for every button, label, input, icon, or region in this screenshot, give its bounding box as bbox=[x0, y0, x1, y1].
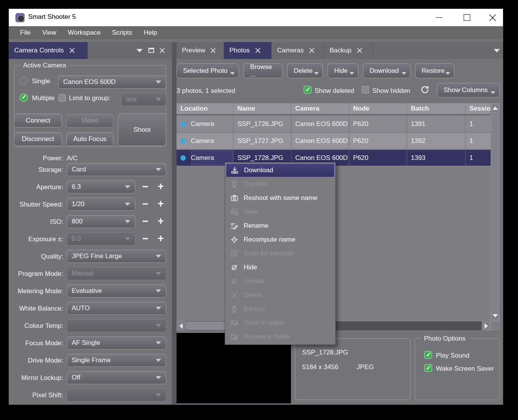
menu-workspace[interactable]: Workspace bbox=[62, 26, 106, 39]
table-row[interactable]: Camera SSP_1726.JPG Canon EOS 600D P620 … bbox=[177, 116, 491, 132]
column-header-node[interactable]: Node bbox=[349, 103, 407, 115]
power-value: A/C bbox=[67, 155, 77, 162]
limit-to-group-label: Limit to group: bbox=[69, 94, 111, 102]
context-menu-item-recompute-name[interactable]: Recompute name bbox=[226, 233, 335, 247]
play-sound-checkbox[interactable]: ✓ bbox=[424, 351, 432, 359]
storage-select[interactable]: Card bbox=[67, 163, 166, 176]
tab-close-icon[interactable] bbox=[69, 48, 75, 53]
exposure-increment-button[interactable]: + bbox=[155, 232, 166, 245]
context-menu-item-hide[interactable]: Hide bbox=[226, 260, 335, 274]
scroll-up-button[interactable] bbox=[491, 104, 499, 113]
exposure-decrement-button[interactable]: − bbox=[140, 232, 151, 245]
chevron-down-icon bbox=[402, 72, 406, 75]
wake-screen-saver-checkbox[interactable]: ✓ bbox=[424, 364, 432, 372]
scroll-left-button[interactable] bbox=[177, 321, 185, 330]
download-icon bbox=[230, 166, 239, 175]
minimize-button[interactable] bbox=[431, 9, 448, 26]
iso-decrement-button[interactable]: − bbox=[140, 215, 151, 228]
drive-mode-select[interactable]: Single Frame bbox=[67, 354, 166, 367]
left-dock-strip: Camera Controls bbox=[9, 42, 172, 59]
hide-icon bbox=[230, 263, 239, 272]
tab-close-icon[interactable] bbox=[309, 48, 314, 53]
context-menu-item-rename[interactable]: Rename bbox=[226, 219, 335, 233]
quality-select[interactable]: JPEG Fine Large bbox=[67, 250, 166, 263]
power-label: Power: bbox=[9, 155, 63, 162]
dock-close-icon[interactable] bbox=[160, 48, 165, 53]
white-balance-select[interactable]: AUTO bbox=[67, 302, 166, 315]
aperture-decrement-button[interactable]: − bbox=[140, 180, 151, 193]
limit-to-group-checkbox[interactable] bbox=[58, 94, 66, 102]
show-hidden-checkbox[interactable] bbox=[362, 86, 369, 94]
column-header-location[interactable]: Location bbox=[177, 103, 234, 115]
restore-button[interactable]: Restore bbox=[415, 63, 454, 78]
aperture-increment-button[interactable]: + bbox=[155, 180, 166, 193]
browse-button[interactable]: Browse ... bbox=[244, 63, 283, 78]
column-header-session[interactable]: Session bbox=[466, 103, 491, 115]
chevron-down-icon bbox=[156, 324, 161, 327]
photo-options-title: Photo Options bbox=[421, 335, 468, 343]
camera-select[interactable]: Canon EOS 600D bbox=[58, 76, 166, 89]
iso-increment-button[interactable]: + bbox=[155, 215, 166, 228]
dock-menu-icon[interactable] bbox=[136, 49, 143, 52]
single-radio-label: Single bbox=[32, 77, 50, 85]
arrow-up-icon bbox=[493, 106, 498, 110]
menu-view[interactable]: View bbox=[36, 26, 62, 39]
iso-select[interactable]: 800 bbox=[67, 215, 135, 228]
shutter-increment-button[interactable]: + bbox=[155, 198, 166, 211]
shutter-speed-select[interactable]: 1/20 bbox=[67, 198, 135, 211]
window-title: Smart Shooter 5 bbox=[28, 13, 76, 21]
camera-icon bbox=[230, 193, 239, 203]
metering-mode-label: Metering Mode: bbox=[9, 287, 63, 295]
disconnect-button-label: Disconnect bbox=[22, 135, 54, 143]
show-columns-button-label: Show Columns bbox=[444, 86, 488, 94]
scroll-right-button[interactable] bbox=[482, 321, 491, 330]
tab-close-icon[interactable] bbox=[210, 48, 216, 53]
download-button[interactable]: Download bbox=[363, 63, 410, 78]
mirror-lockup-select[interactable]: Off bbox=[67, 371, 166, 384]
column-header-camera[interactable]: Camera bbox=[291, 103, 349, 115]
metering-mode-select[interactable]: Evaluative bbox=[67, 284, 166, 297]
single-radio[interactable] bbox=[20, 77, 28, 85]
close-button[interactable] bbox=[484, 9, 501, 26]
show-columns-button[interactable]: Show Columns bbox=[437, 83, 500, 97]
dock-float-icon[interactable] bbox=[148, 48, 154, 53]
aperture-select[interactable]: 6.3 bbox=[67, 180, 135, 193]
focus-mode-select[interactable]: AF Single bbox=[67, 336, 166, 349]
column-header-batch[interactable]: Batch bbox=[407, 103, 466, 115]
refresh-icon[interactable] bbox=[420, 84, 430, 97]
menu-scripts[interactable]: Scripts bbox=[106, 26, 138, 39]
vertical-scrollbar[interactable] bbox=[491, 103, 500, 321]
menu-help[interactable]: Help bbox=[138, 26, 163, 39]
auto-focus-button[interactable]: Auto Focus bbox=[66, 132, 113, 146]
tab-cameras[interactable]: Cameras bbox=[272, 42, 324, 59]
context-menu-item-download[interactable]: Download bbox=[226, 163, 335, 177]
scroll-down-button[interactable] bbox=[491, 311, 499, 320]
shoot-button[interactable]: Shoot bbox=[118, 113, 166, 146]
multiple-radio[interactable]: ✓ bbox=[20, 94, 28, 102]
delete-button[interactable]: Delete bbox=[287, 63, 323, 78]
maximize-button[interactable] bbox=[458, 9, 476, 26]
show-deleted-checkbox[interactable]: ✓ bbox=[304, 86, 311, 94]
exposure-value: 0.0 bbox=[72, 235, 125, 243]
camera-select-value: Canon EOS 600D bbox=[63, 78, 156, 86]
tab-backup[interactable]: Backup bbox=[324, 42, 373, 59]
table-row[interactable]: Camera SSP_1727.JPG Canon EOS 600D P620 … bbox=[177, 133, 491, 149]
tab-photos[interactable]: Photos bbox=[224, 42, 272, 59]
menu-file[interactable]: File bbox=[14, 26, 36, 39]
context-menu-item-reshoot[interactable]: Reshoot with same name bbox=[226, 191, 335, 205]
column-header-name[interactable]: Name bbox=[234, 103, 291, 115]
unhide-icon bbox=[230, 277, 239, 286]
connect-button[interactable]: Connect bbox=[14, 114, 62, 128]
tab-overflow-icon[interactable] bbox=[494, 49, 500, 52]
tab-close-icon[interactable] bbox=[357, 48, 362, 53]
tab-close-icon[interactable] bbox=[255, 48, 261, 53]
vertical-scroll-thumb[interactable] bbox=[491, 113, 499, 311]
selected-photo-button[interactable]: Selected Photo bbox=[177, 63, 239, 78]
tab-camera-controls[interactable]: Camera Controls bbox=[9, 42, 88, 59]
panel-splitter[interactable] bbox=[172, 42, 177, 405]
tab-preview[interactable]: Preview bbox=[177, 42, 224, 59]
mirror-lockup-label: Mirror Lockup: bbox=[9, 374, 63, 382]
disconnect-button[interactable]: Disconnect bbox=[14, 132, 62, 146]
hide-button[interactable]: Hide bbox=[328, 63, 358, 78]
shutter-decrement-button[interactable]: − bbox=[140, 198, 151, 211]
